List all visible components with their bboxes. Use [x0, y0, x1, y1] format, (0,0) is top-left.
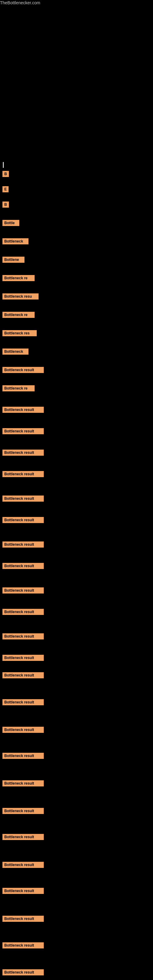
list-item: E — [2, 186, 9, 192]
list-item: Bottleneck res — [2, 330, 37, 336]
list-item: Bottleneck result — [2, 888, 44, 894]
list-item: Bottleneck result — [2, 969, 44, 975]
list-item: Bottleneck result — [2, 633, 44, 640]
main-content: | BEBBottleBottleneckBottleneBottleneck … — [0, 5, 153, 980]
list-item: Bottleneck result — [2, 428, 44, 434]
list-item: Bottleneck result — [2, 942, 44, 948]
list-item: B — [2, 171, 9, 177]
list-item: Bottleneck result — [2, 727, 44, 733]
list-item: Bottleneck — [2, 348, 29, 355]
list-item: Bottleneck result — [2, 517, 44, 523]
list-item: Bottleneck result — [2, 471, 44, 477]
list-item: B — [2, 202, 9, 208]
list-item: Bottleneck result — [2, 609, 44, 615]
list-item: Bottleneck resu — [2, 293, 38, 299]
list-item: Bottleneck result — [2, 916, 44, 922]
list-item: Bottleneck result — [2, 672, 44, 678]
list-item: Bottleneck result — [2, 699, 44, 705]
list-item: Bottleneck result — [2, 862, 44, 868]
list-item: Bottleneck result — [2, 834, 44, 840]
list-item: Bottleneck result — [2, 655, 44, 661]
list-item: Bottleneck result — [2, 753, 44, 759]
cursor-indicator: | — [2, 161, 4, 168]
list-item: Bottleneck — [2, 238, 29, 244]
site-title-bar: TheBottlenecker.com — [0, 0, 153, 5]
list-item: Bottleneck result — [2, 541, 44, 547]
list-item: Bottleneck re — [2, 312, 35, 318]
list-item: Bottlene — [2, 257, 24, 263]
list-item: Bottleneck result — [2, 450, 44, 456]
list-item: Bottleneck result — [2, 808, 44, 814]
list-item: Bottleneck result — [2, 780, 44, 786]
list-item: Bottleneck result — [2, 563, 44, 569]
list-item: Bottleneck result — [2, 587, 44, 593]
list-item: Bottleneck result — [2, 367, 44, 373]
list-item: Bottleneck result — [2, 407, 44, 413]
list-item: Bottleneck result — [2, 495, 44, 502]
list-item: Bottleneck re — [2, 275, 35, 281]
list-item: Bottleneck re — [2, 385, 35, 391]
list-item: Bottle — [2, 220, 19, 226]
